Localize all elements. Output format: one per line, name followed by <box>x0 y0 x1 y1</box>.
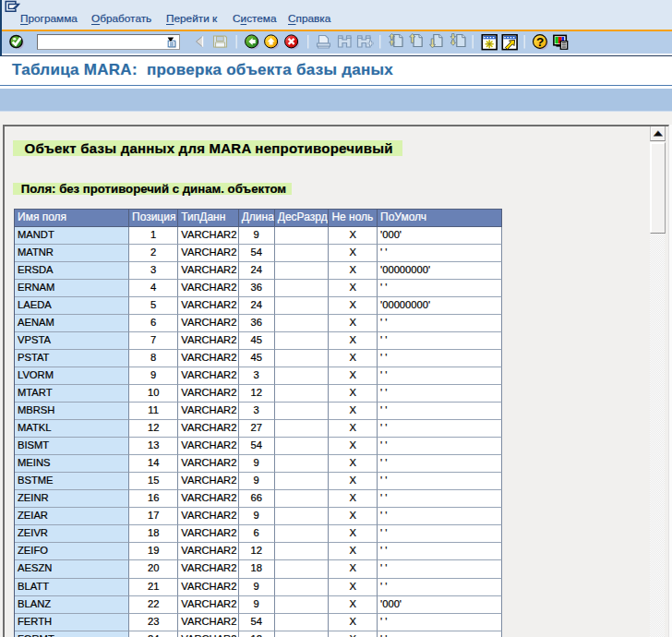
svg-text:?: ? <box>536 35 544 49</box>
